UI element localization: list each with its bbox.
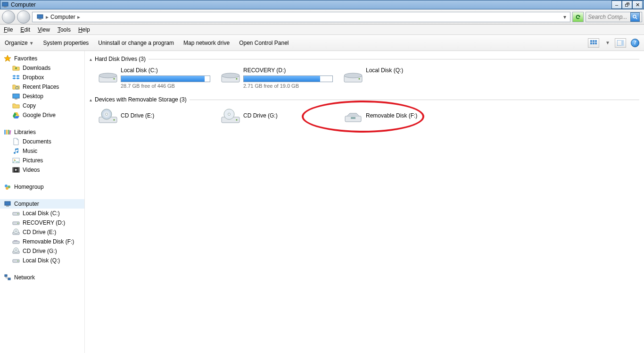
nav-copy[interactable]: Copy (0, 101, 84, 110)
nav-desktop[interactable]: Desktop (0, 92, 84, 101)
nav-computer-label: Computer (14, 201, 39, 207)
nav-libraries-label: Libraries (14, 129, 36, 135)
svg-point-60 (222, 73, 239, 78)
help-button[interactable]: ? (631, 39, 639, 47)
search-icon[interactable] (630, 12, 640, 22)
drive-name: Local Disk (C:) (121, 67, 212, 74)
svg-rect-21 (15, 99, 17, 100)
address-bar[interactable]: ▸ Computer ▸ ▾ (32, 12, 570, 22)
drive-local-c[interactable]: Local Disk (C:) 28.7 GB free of 446 GB (96, 65, 214, 91)
svg-rect-54 (5, 275, 7, 277)
cd-icon (12, 228, 20, 236)
cd-drive-icon (221, 108, 240, 125)
nav-documents[interactable]: Documents (0, 137, 84, 146)
change-view-button[interactable] (588, 38, 599, 48)
menu-help[interactable]: Help (78, 26, 90, 33)
svg-line-5 (636, 17, 637, 19)
svg-marker-18 (16, 77, 20, 79)
breadcrumb-computer[interactable]: ▸ Computer ▸ (34, 13, 82, 21)
disk-icon (12, 219, 20, 227)
nav-removable-f[interactable]: Removable Disk (F:) (0, 237, 84, 246)
svg-point-71 (228, 113, 231, 116)
minimize-button[interactable]: – (611, 0, 622, 9)
address-dropdown-icon[interactable]: ▾ (561, 14, 568, 20)
section-removable-title: Devices with Removable Storage (3) (95, 96, 187, 103)
view-dropdown-icon[interactable]: ▼ (605, 40, 610, 45)
nav-local-q[interactable]: Local Disk (Q:) (0, 256, 84, 265)
svg-marker-14 (4, 55, 11, 61)
svg-rect-55 (8, 278, 10, 280)
drive-local-q[interactable]: Local Disk (Q:) (341, 65, 459, 91)
section-hdd[interactable]: ▴ Hard Disk Drives (3) (90, 56, 639, 62)
drive-name: Removable Disk (F:) (366, 112, 457, 119)
drive-cd-e[interactable]: CD Drive (E:) (96, 106, 214, 126)
close-button[interactable]: ✕ (632, 0, 643, 9)
disk-icon (12, 257, 20, 264)
nav-favorites-label: Favorites (14, 55, 37, 62)
drive-name: RECOVERY (D:) (243, 67, 335, 74)
removable-drive-icon (343, 108, 363, 125)
cmd-organize[interactable]: Organize▼ (5, 40, 34, 46)
svg-marker-17 (12, 77, 16, 79)
nav-google-drive[interactable]: Google Drive (0, 110, 84, 120)
nav-cd-e[interactable]: CD Drive (E:) (0, 227, 84, 237)
svg-rect-25 (4, 130, 6, 134)
nav-computer-header[interactable]: Computer (0, 199, 84, 209)
nav-music[interactable]: Music (0, 146, 84, 156)
disk-icon (12, 210, 20, 217)
nav-homegroup-label: Homegroup (14, 184, 44, 190)
cmd-control-panel[interactable]: Open Control Panel (239, 40, 289, 46)
svg-rect-2 (37, 15, 43, 18)
svg-point-64 (359, 78, 360, 80)
section-removable[interactable]: ▴ Devices with Removable Storage (3) (90, 96, 639, 103)
nav-homegroup: Homegroup (0, 182, 84, 192)
menu-file[interactable]: File (4, 26, 13, 33)
menu-tools[interactable]: Tools (58, 26, 71, 33)
nav-local-c[interactable]: Local Disk (C:) (0, 209, 84, 218)
menu-view[interactable]: View (38, 26, 50, 33)
svg-rect-33 (18, 168, 19, 172)
gdrive-icon (12, 111, 20, 119)
collapse-icon: ▴ (90, 57, 92, 62)
back-button[interactable] (2, 10, 15, 24)
svg-rect-26 (6, 130, 8, 134)
content-pane: ▴ Hard Disk Drives (3) Local Disk (C:) 2… (85, 51, 644, 353)
drive-recovery-d[interactable]: RECOVERY (D:) 2.71 GB free of 19.0 GB (219, 65, 337, 91)
cmd-system-properties[interactable]: System properties (43, 40, 89, 46)
refresh-button[interactable] (572, 12, 584, 22)
music-icon (12, 147, 20, 155)
nav-recent-places[interactable]: Recent Places (0, 82, 84, 92)
svg-rect-0 (2, 2, 8, 6)
section-divider (149, 59, 639, 59)
svg-point-46 (16, 231, 17, 232)
svg-point-61 (236, 78, 238, 80)
svg-point-72 (236, 119, 238, 121)
nav-downloads[interactable]: Downloads (0, 63, 84, 73)
svg-point-58 (114, 78, 115, 80)
nav-network-header[interactable]: Network (0, 273, 84, 282)
nav-dropbox[interactable]: Dropbox (0, 73, 84, 82)
svg-rect-74 (351, 117, 355, 119)
search-box[interactable]: Search Comp... (586, 12, 642, 22)
cmd-uninstall[interactable]: Uninstall or change a program (98, 40, 174, 46)
svg-point-68 (114, 119, 115, 121)
nav-cd-g[interactable]: CD Drive (G:) (0, 246, 84, 256)
drive-cd-g[interactable]: CD Drive (G:) (219, 106, 337, 126)
nav-homegroup-header[interactable]: Homegroup (0, 182, 84, 192)
preview-pane-button[interactable] (615, 38, 626, 48)
computer-small-icon (1, 1, 9, 8)
forward-button[interactable] (17, 10, 30, 24)
cmd-map-drive[interactable]: Map network drive (183, 40, 230, 46)
nav-pictures[interactable]: Pictures (0, 156, 84, 165)
nav-recovery-d[interactable]: RECOVERY (D:) (0, 218, 84, 227)
libraries-icon (4, 128, 11, 136)
computer-icon (36, 13, 44, 21)
nav-libraries-header[interactable]: Libraries (0, 127, 84, 137)
svg-rect-38 (5, 202, 10, 205)
menu-edit[interactable]: Edit (20, 26, 30, 33)
nav-videos[interactable]: Videos (0, 165, 84, 175)
maximize-button[interactable]: 🗗 (622, 0, 632, 9)
svg-rect-39 (6, 206, 9, 207)
drive-removable-f[interactable]: Removable Disk (F:) (341, 106, 459, 126)
nav-favorites-header[interactable]: Favorites (0, 54, 84, 63)
